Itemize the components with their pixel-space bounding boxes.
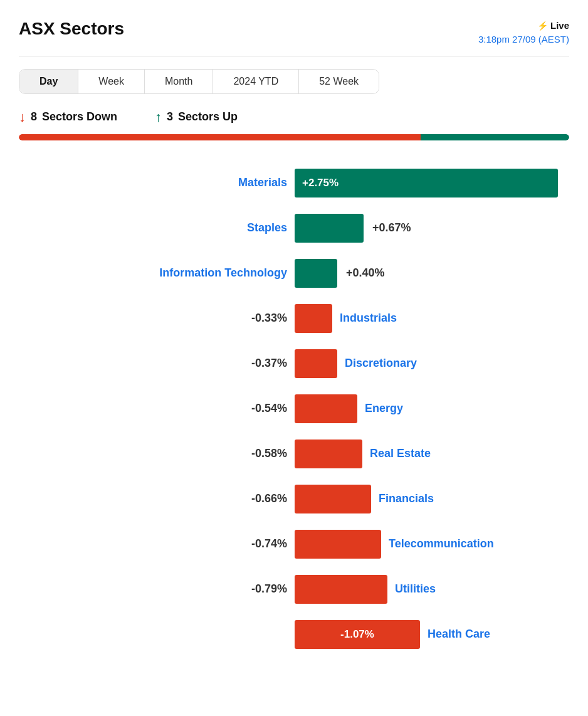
sector-label-telecom: Telecommunication [381, 537, 494, 550]
sectors-up-summary: ↑ 3 Sectors Up [155, 109, 238, 125]
live-info: ⚡ Live 3:18pm 27/09 (AEST) [478, 19, 569, 46]
sector-row-utilities[interactable]: -0.79% Utilities [19, 567, 569, 612]
ratio-green [421, 134, 569, 140]
sector-label-materials: Materials [19, 176, 295, 189]
sector-pct-industrials: -0.33% [19, 312, 295, 325]
sector-row-staples[interactable]: Staples +0.67% [19, 206, 569, 251]
tab-ytd[interactable]: 2024 YTD [213, 70, 299, 93]
ratio-red [19, 134, 421, 140]
sector-label-healthcare: Health Care [420, 628, 490, 641]
sector-row-healthcare[interactable]: -1.07% Health Care [19, 612, 569, 657]
sector-row-telecom[interactable]: -0.74% Telecommunication [19, 522, 569, 567]
sector-label-discretionary: Discretionary [337, 357, 417, 370]
sector-label-financials: Financials [371, 492, 434, 505]
timestamp: 3:18pm 27/09 (AEST) [478, 33, 569, 46]
arrow-down-icon: ↓ [19, 109, 26, 125]
sector-bar-infotech [295, 259, 337, 288]
sector-label-realestate: Real Estate [362, 447, 431, 460]
sector-row-materials[interactable]: Materials +2.75% [19, 161, 569, 206]
sector-label-staples: Staples [19, 221, 295, 234]
sector-bar-energy [295, 394, 357, 423]
sector-bar-staples [295, 214, 364, 243]
sector-row-energy[interactable]: -0.54% Energy [19, 386, 569, 431]
arrow-up-icon: ↑ [155, 109, 162, 125]
sector-bar-materials: +2.75% [295, 169, 558, 197]
sector-bar-industrials [295, 304, 332, 333]
sector-pct-discretionary: -0.37% [19, 357, 295, 370]
sector-bar-financials [295, 485, 371, 513]
page-header: ASX Sectors ⚡ Live 3:18pm 27/09 (AEST) [19, 19, 569, 46]
sector-pct-telecom: -0.74% [19, 537, 295, 550]
up-label: Sectors Up [178, 110, 238, 124]
sector-pct-healthcare: -1.07% [340, 628, 374, 641]
down-label: Sectors Down [42, 110, 117, 124]
divider [19, 56, 569, 56]
sector-row-industrials[interactable]: -0.33% Industrials [19, 296, 569, 341]
sector-pct-infotech: +0.40% [337, 266, 385, 280]
sector-label-industrials: Industrials [332, 312, 397, 325]
sector-bar-telecom [295, 530, 381, 559]
sector-row-financials[interactable]: -0.66% Financials [19, 476, 569, 522]
page-title: ASX Sectors [19, 19, 124, 39]
sector-row-infotech[interactable]: Information Technology +0.40% [19, 251, 569, 296]
tab-month[interactable]: Month [145, 70, 213, 93]
lightning-icon: ⚡ [537, 21, 548, 31]
down-count: 8 [31, 110, 37, 124]
sector-row-realestate[interactable]: -0.58% Real Estate [19, 431, 569, 476]
up-count: 3 [167, 110, 173, 124]
period-tabs: Day Week Month 2024 YTD 52 Week [19, 69, 379, 94]
sector-label-utilities: Utilities [387, 582, 436, 596]
sector-pct-financials: -0.66% [19, 492, 295, 505]
sector-bar-healthcare: -1.07% [295, 620, 420, 649]
sector-bar-discretionary [295, 349, 337, 378]
ratio-bar [19, 134, 569, 140]
sector-bar-utilities [295, 575, 387, 604]
sector-pct-energy: -0.54% [19, 402, 295, 415]
sector-pct-staples: +0.67% [364, 221, 411, 234]
tab-52week[interactable]: 52 Week [299, 70, 379, 93]
sector-chart: Materials +2.75% Staples +0.67% Informat… [19, 161, 569, 657]
live-badge: ⚡ Live [478, 19, 569, 33]
sector-pct-realestate: -0.58% [19, 447, 295, 460]
summary-row: ↓ 8 Sectors Down ↑ 3 Sectors Up [19, 109, 569, 125]
sectors-down-summary: ↓ 8 Sectors Down [19, 109, 117, 125]
sector-label-infotech: Information Technology [19, 266, 295, 280]
sector-pct-utilities: -0.79% [19, 582, 295, 596]
sector-row-discretionary[interactable]: -0.37% Discretionary [19, 341, 569, 386]
sector-label-energy: Energy [357, 402, 403, 415]
tab-week[interactable]: Week [78, 70, 145, 93]
sector-bar-realestate [295, 440, 362, 468]
tab-day[interactable]: Day [19, 70, 78, 93]
